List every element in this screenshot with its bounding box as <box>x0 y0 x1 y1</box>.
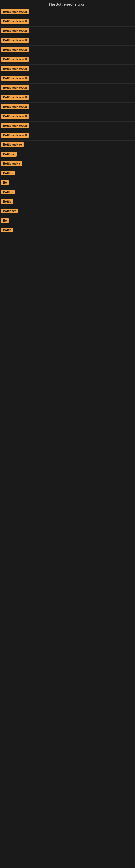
result-row: Bottleneck result <box>0 93 135 102</box>
bottleneck-badge[interactable]: Bottleneck result <box>1 66 29 71</box>
bottleneck-badge[interactable]: Bottleneck result <box>1 47 29 52</box>
result-row: Bottleneck result <box>0 36 135 45</box>
result-row: Bottleneck r <box>0 159 135 169</box>
result-row: Bottle <box>0 226 135 236</box>
result-row: Bottleneck result <box>0 8 135 17</box>
result-row: Bottleneck result <box>0 112 135 122</box>
result-row: Bottlenec <box>0 207 135 216</box>
bottleneck-badge[interactable]: Bottleneck result <box>1 28 29 33</box>
bottleneck-badge[interactable]: Bottlene <box>1 152 17 156</box>
bottleneck-badge[interactable]: Bottle <box>1 199 13 204</box>
result-row: Bottle <box>0 197 135 207</box>
result-row: Bottleneck result <box>0 55 135 65</box>
bottleneck-badge[interactable]: Bottle <box>1 227 13 232</box>
bottleneck-badge[interactable]: Bottleneck result <box>1 9 29 14</box>
bottleneck-badge[interactable]: Bottlen <box>1 190 15 194</box>
bottleneck-badge[interactable]: Bottleneck result <box>1 38 29 42</box>
bottleneck-badge[interactable]: Bottleneck result <box>1 57 29 62</box>
result-row: Bottleneck result <box>0 45 135 55</box>
bottleneck-badge[interactable]: Bottleneck re <box>1 142 24 147</box>
result-row: Bottleneck result <box>0 122 135 131</box>
result-row: Bottleneck result <box>0 65 135 74</box>
result-row: Bottlen <box>0 169 135 179</box>
result-row: Bottleneck result <box>0 27 135 36</box>
bottleneck-badge[interactable]: Bottleneck result <box>1 123 29 128</box>
bottleneck-badge[interactable]: Bottleneck result <box>1 95 29 99</box>
bottleneck-badge[interactable]: Bottleneck result <box>1 19 29 24</box>
results-list: Bottleneck resultBottleneck resultBottle… <box>0 8 135 236</box>
result-row: Bo <box>0 216 135 226</box>
bottleneck-badge[interactable]: Bo <box>1 218 9 223</box>
bottleneck-badge[interactable]: Bottleneck result <box>1 85 29 90</box>
bottleneck-badge[interactable]: Bottleneck result <box>1 104 29 109</box>
bottleneck-badge[interactable]: Bottlen <box>1 170 15 176</box>
bottleneck-badge[interactable]: Bottleneck result <box>1 133 29 137</box>
result-row: Bottlen <box>0 188 135 197</box>
result-row: Bottleneck result <box>0 131 135 141</box>
bottleneck-badge[interactable]: Bo <box>1 180 9 185</box>
bottleneck-badge[interactable]: Bottleneck result <box>1 114 29 119</box>
result-row: Bottlene <box>0 150 135 159</box>
result-row: Bottleneck result <box>0 74 135 84</box>
result-row: Bo <box>0 179 135 188</box>
result-row: Bottleneck re <box>0 141 135 150</box>
result-row: Bottleneck result <box>0 102 135 112</box>
bottleneck-badge[interactable]: Bottleneck r <box>1 161 22 166</box>
result-row: Bottleneck result <box>0 84 135 93</box>
bottleneck-badge[interactable]: Bottlenec <box>1 209 18 214</box>
site-header: TheBottlenecker.com <box>0 0 135 8</box>
site-title: TheBottlenecker.com <box>0 0 135 8</box>
result-row: Bottleneck result <box>0 17 135 27</box>
bottleneck-badge[interactable]: Bottleneck result <box>1 76 29 81</box>
